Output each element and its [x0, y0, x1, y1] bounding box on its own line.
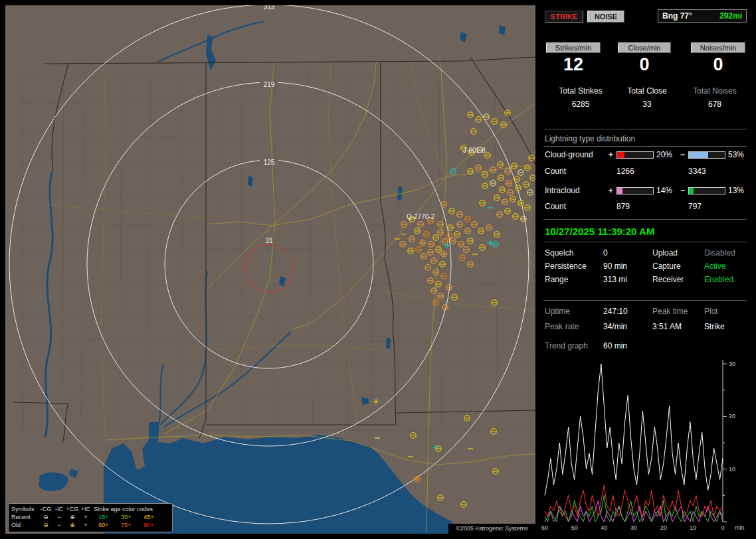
peak-rate-label: Peak rate: [545, 322, 579, 333]
storm-cell-label: Q-2770-2: [407, 213, 435, 220]
upload-label: Upload: [652, 248, 678, 259]
ic-neg-icon: −: [52, 522, 66, 528]
cg-pos-icon: ⊕: [66, 522, 79, 528]
cg-pos-count: 1266: [616, 167, 634, 176]
legend-symbols-header: Symbols: [11, 506, 39, 512]
status-panel: STRIKE NOISE Bng 77° 292mi Strikes/min C…: [539, 5, 751, 534]
legend-row-old: Old ⊖ − ⊕ + 60+ 75+ 90+: [11, 521, 169, 529]
bearing-distance: 292mi: [719, 11, 742, 21]
trend-graph-period: 60 min: [603, 341, 627, 352]
upload-value: Disabled: [704, 248, 735, 259]
range-ring-label: 219: [264, 81, 275, 88]
range-label: Range: [545, 275, 568, 285]
bearing-label: Bng 77°: [662, 11, 692, 21]
age-45: 45+: [138, 514, 160, 520]
cg-pos-bar: [616, 151, 654, 159]
trend-x-tick-label: 30: [630, 524, 637, 531]
range-ring-label: 125: [264, 159, 275, 166]
trend-x-unit: min: [735, 524, 745, 531]
trend-x-tick-label: 20: [660, 524, 667, 531]
persistence-value: 90 min: [603, 262, 627, 272]
cloud-ground-row: Cloud-ground + 20% − 53%: [539, 150, 751, 161]
cg-pos-pct: 20%: [656, 150, 672, 159]
range-ring-label: 31: [265, 237, 273, 244]
age-30: 30+: [115, 514, 138, 520]
datetime-display: 10/27/2025 11:39:20 AM: [545, 226, 654, 237]
distribution-title: Lightning type distribution: [545, 134, 635, 143]
ic-pos-icon: +: [79, 514, 92, 520]
total-close-label: Total Close: [614, 86, 680, 96]
noise-button[interactable]: NOISE: [587, 11, 624, 23]
minus-sign: −: [680, 150, 685, 159]
range-ring-label: 313: [264, 5, 275, 11]
trend-x-tick-label: 0: [721, 524, 724, 531]
cg-neg-bar: [688, 151, 725, 159]
total-strikes-value: 6285: [547, 100, 614, 109]
divider: [543, 146, 747, 147]
trend-y-tick-label: 10: [729, 466, 735, 473]
legend-col--ic: -IC: [52, 506, 66, 512]
range-value: 313 mi: [603, 275, 627, 285]
ic-pos-pct: 14%: [656, 186, 672, 195]
total-close-value: 33: [614, 100, 680, 109]
uptime-label: Uptime: [545, 307, 570, 317]
capture-label: Capture: [652, 262, 681, 272]
ic-pos-bar: [616, 187, 654, 194]
map-view[interactable]: 31321912531 J-601-8Q-2770-2 Symbols -CG …: [5, 5, 535, 534]
capture-value: Active: [704, 262, 726, 272]
age-15: 15+: [92, 514, 115, 520]
cg-neg-icon: ⊖: [39, 514, 52, 520]
persistence-label: Persistence: [545, 262, 587, 272]
plot-label: Plot: [704, 307, 718, 317]
peak-time-value: 3:51 AM: [652, 322, 682, 333]
trend-x-tick-label: 60: [541, 524, 548, 531]
strikes-per-min-chip[interactable]: Strikes/min: [546, 42, 601, 53]
trend-graph: 1020306050403020100min: [539, 356, 751, 534]
bearing-box: Bng 77° 292mi: [658, 9, 747, 23]
cloud-ground-count-row: Count 1266 3343: [539, 167, 751, 177]
squelch-label: Squelch: [545, 248, 573, 259]
ic-neg-icon: −: [52, 514, 66, 520]
divider: [543, 300, 747, 301]
receiver-value: Enabled: [704, 275, 733, 285]
trend-x-tick-label: 10: [690, 524, 696, 531]
age-60: 60+: [92, 522, 115, 528]
peak-rate-value: 34/min: [603, 322, 627, 333]
intracloud-count-row: Count 879 797: [539, 202, 751, 212]
ic-neg-count: 797: [688, 202, 702, 211]
trend-x-tick-label: 40: [601, 524, 607, 531]
noises-per-min-chip[interactable]: Noises/min: [691, 42, 745, 53]
close-per-min-value: 0: [618, 54, 671, 74]
ic-neg-bar: [688, 187, 725, 194]
copyright-label: ©2005 Astrogenic Systems: [448, 524, 535, 534]
strike-button[interactable]: STRIKE: [545, 11, 583, 23]
map-legend: Symbols -CG -IC +CG +IC Strike age color…: [8, 503, 173, 532]
legend-col-+cg: +CG: [66, 506, 79, 512]
divider: [543, 242, 747, 242]
minus-sign: −: [680, 186, 685, 195]
legend-col-+ic: +IC: [79, 506, 92, 512]
legend-age-header: Strike age color codes: [92, 506, 169, 512]
total-noises-label: Total Noises: [682, 86, 748, 96]
total-noises-value: 678: [682, 100, 748, 109]
cg-neg-count: 3343: [688, 167, 706, 176]
storm-cell-label: J-601-8: [463, 147, 486, 154]
cg-pos-icon: ⊕: [66, 514, 79, 520]
plot-value: Strike: [704, 322, 725, 333]
trend-x-tick-label: 50: [571, 524, 578, 531]
trend-series-noises: [545, 495, 723, 522]
close-per-min-chip[interactable]: Close/min: [618, 42, 671, 53]
ic-pos-count: 879: [616, 202, 630, 211]
ic-neg-pct: 13%: [728, 186, 744, 195]
plus-sign: +: [609, 186, 613, 195]
noises-per-min-value: 0: [691, 54, 745, 74]
peak-time-label: Peak time: [652, 307, 688, 317]
divider: [543, 219, 747, 220]
plus-sign: +: [609, 150, 613, 159]
ic-pos-icon: +: [79, 522, 92, 528]
trend-series-close: [545, 485, 723, 517]
cg-neg-icon: ⊖: [39, 522, 52, 528]
trend-y-tick-label: 30: [729, 360, 735, 367]
uptime-value: 247:10: [603, 307, 628, 317]
legend-row-recent: Recent ⊖ − ⊕ + 15+ 30+ 45+: [11, 513, 169, 521]
